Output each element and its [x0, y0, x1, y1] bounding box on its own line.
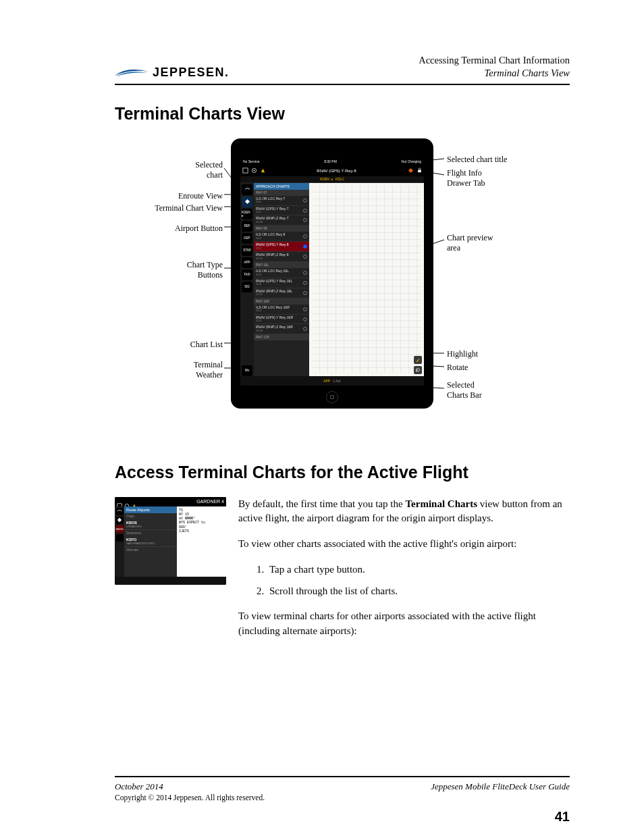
chart-type-taxi[interactable]: TAXI — [242, 269, 252, 280]
callout-rotate: Rotate — [447, 363, 468, 373]
footer-date: October 2014 — [115, 781, 163, 792]
header-chapter: Accessing Terminal Chart Information — [419, 54, 570, 67]
callout-chart-list: Chart List — [190, 340, 223, 350]
step-1: Tap a chart type button. — [267, 563, 570, 577]
chart-list-item[interactable]: RNAV (GPS) Y Rwy 16R12-4 — [254, 315, 309, 325]
svg-point-15 — [253, 170, 254, 172]
fuel-icon[interactable] — [259, 167, 266, 174]
chart-type-ref[interactable]: REF — [242, 221, 252, 232]
mini-group-alternate: Alternate — [124, 547, 177, 553]
chart-list-item[interactable]: RNAV (GPS) Y Rwy 16L12-3 — [254, 278, 309, 288]
paragraph-3: To view terminal charts for other airpor… — [238, 609, 570, 639]
svg-rect-13 — [242, 168, 247, 173]
highlight-button[interactable] — [414, 356, 422, 364]
chart-list-item[interactable]: ILS OR LOC Rwy 16L11-3 — [254, 268, 309, 278]
fuel-icon — [132, 499, 137, 504]
mini-route-airports-list: Route Airports Origin KBOS LOGAN INTL De… — [124, 506, 177, 577]
paragraph-1: By default, the first time that you tap … — [238, 497, 570, 527]
enroute-view-button[interactable] — [242, 184, 252, 195]
route-breadcrumb[interactable]: KDEN ▸ KSLC — [240, 176, 424, 183]
callout-terminal-chart-view: Terminal Chart View — [155, 203, 223, 213]
mini-enroute-icon — [116, 508, 124, 515]
callout-selected-chart: Selectedchart — [195, 160, 223, 180]
chart-list-item[interactable]: ILS OR LOC Rwy 16R11-4 — [254, 305, 309, 315]
chart-preview-area[interactable] — [309, 183, 424, 376]
mini-group-origin: Origin — [124, 513, 177, 519]
chart-type-star[interactable]: STAR — [242, 245, 252, 256]
chart-list-item[interactable]: RNAV (RNP) Z Rwy 16R12-23 — [254, 324, 309, 334]
chart-list-item[interactable]: ILS OR LOC Rwy 711-1 — [254, 196, 309, 206]
steps-list: Tap a chart type button. Scroll through … — [267, 563, 570, 599]
jeppesen-logo: JEPPESEN. — [115, 66, 230, 80]
chart-type-sid[interactable]: SID — [242, 282, 252, 292]
status-left: No Service — [243, 159, 259, 163]
lock-icon[interactable] — [416, 167, 423, 174]
flight-info-drawer-tab[interactable] — [407, 167, 414, 174]
bottombar-sub: 1 Apr — [333, 379, 341, 383]
chevron-right-icon: ▸ — [331, 177, 333, 181]
page-footer: October 2014 Jeppesen Mobile FliteDeck U… — [115, 776, 570, 802]
mini-type-button — [116, 534, 124, 542]
annotated-ipad-figure: Selectedchart Enroute View Terminal Char… — [116, 138, 568, 436]
terminal-charts-bold: Terminal Charts — [405, 498, 477, 509]
chart-list-item[interactable]: RNAV (GPS) Y Rwy 712-1 — [254, 206, 309, 216]
callout-chart-preview-area: Chart previewarea — [447, 233, 493, 253]
mini-screenshot: GARDNER 4 KBOS Route Airports Origin KBO… — [115, 497, 226, 585]
mini-footer — [115, 577, 226, 585]
chart-list-item[interactable]: RNAV (RNP) Z Rwy 712-20 — [254, 215, 309, 226]
chart-list-item[interactable]: RNAV (RNP) Z Rwy 16L12-22 — [254, 288, 309, 298]
breadcrumb-origin: KDEN — [320, 177, 329, 181]
app-top-bar: RNAV (GPS) Y Rwy 8 — [240, 165, 424, 176]
settings-icon — [124, 499, 130, 504]
callout-enroute-view: Enroute View — [178, 191, 223, 201]
header-section: Terminal Charts View — [419, 67, 570, 80]
airport-button[interactable]: KDEN ▸ — [242, 209, 252, 219]
section-title-terminal-charts-view: Terminal Charts View — [115, 104, 570, 124]
callout-flight-info-drawer-tab: Flight InfoDrawer Tab — [447, 168, 485, 188]
bottombar-label: APP — [323, 379, 330, 383]
body-text: By default, the first time that you tap … — [238, 497, 570, 650]
page-number: 41 — [555, 809, 570, 825]
mini-terminal-icon — [116, 517, 124, 524]
footer-guide-title: Jeppesen Mobile FliteDeck User Guide — [431, 781, 570, 792]
left-sidebar: KDEN ▸ REF DEP STAR APP TAXI SID Wx — [240, 183, 254, 376]
breadcrumb-dest: KSLC — [336, 177, 344, 181]
rotate-button[interactable] — [414, 366, 422, 374]
callout-airport-button: Airport Button — [175, 224, 223, 234]
mini-item-origin: KBOS LOGAN INTL — [124, 519, 177, 530]
chart-list[interactable]: APPROACH CHARTSRWY 07ILS OR LOC Rwy 711-… — [254, 183, 309, 376]
callout-selected-chart-title: Selected chart title — [447, 155, 507, 165]
chart-type-app[interactable]: APP — [242, 257, 252, 268]
status-right: Not Charging — [402, 159, 421, 163]
section-title-access-terminal-charts: Access Terminal Charts for the Active Fl… — [115, 463, 570, 482]
callout-chart-type-buttons: Chart TypeButtons — [187, 260, 223, 280]
step-2: Scroll through the list of charts. — [267, 584, 570, 599]
footer-copyright: Copyright © 2014 Jeppesen. All rights re… — [115, 793, 570, 802]
ipad-screen: No Service 8:30 PM Not Charging RNAV (GP… — [240, 157, 424, 386]
settings-icon[interactable] — [250, 167, 257, 174]
menu-icon[interactable] — [242, 167, 248, 174]
status-bar: No Service 8:30 PM Not Charging — [240, 157, 424, 165]
chart-list-item[interactable]: ILS OR LOC Rwy 811-2 — [254, 232, 309, 242]
logo-text: JEPPESEN. — [153, 66, 230, 80]
mini-airport-button: KBOS — [116, 525, 124, 533]
status-time: 8:30 PM — [324, 159, 337, 163]
terminal-chart-view-button[interactable] — [242, 197, 252, 207]
mini-chart-title: GARDNER 4 — [137, 499, 224, 504]
callout-terminal-weather: TerminalWeather — [194, 360, 223, 380]
chart-list-item[interactable]: RNAV (RNP) Z Rwy 812-21 — [254, 252, 309, 262]
selected-charts-bar[interactable]: APP 1 Apr — [240, 376, 424, 386]
svg-rect-16 — [418, 170, 421, 173]
mini-group-destination: Destination — [124, 530, 177, 536]
callout-highlight: Highlight — [447, 349, 478, 359]
chart-list-item[interactable]: RNAV (GPS) Y Rwy 812-2 — [254, 242, 309, 252]
mini-chart-text: TSWY 15at 8000'WYS EXPECT to000'IJETS — [177, 506, 226, 577]
header-right-block: Accessing Terminal Chart Information Ter… — [419, 54, 570, 80]
paragraph-2: To view other charts associated with the… — [238, 537, 570, 552]
terminal-weather-button[interactable]: Wx — [242, 365, 252, 376]
chart-type-dep[interactable]: DEP — [242, 233, 252, 244]
callout-selected-charts-bar: SelectedCharts Bar — [447, 380, 482, 400]
mini-list-header: Route Airports — [124, 506, 177, 513]
menu-icon — [117, 499, 122, 504]
ipad-home-button[interactable] — [326, 391, 338, 403]
